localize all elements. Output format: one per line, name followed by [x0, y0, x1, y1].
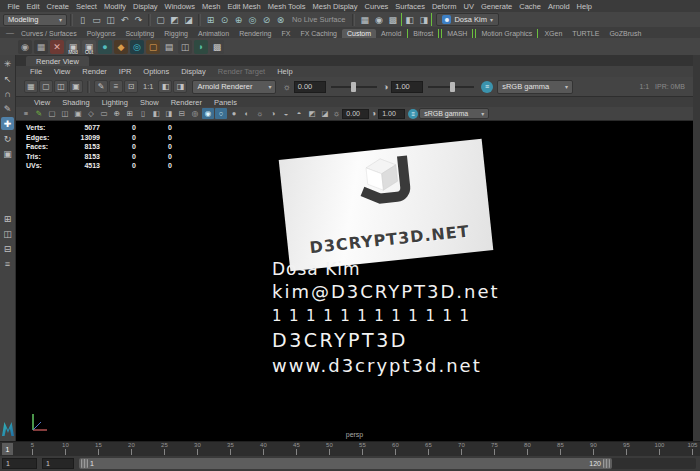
- gamma-icon[interactable]: ◑: [370, 109, 377, 118]
- snap-to-view-plane-icon[interactable]: ⊘: [260, 13, 273, 26]
- colorspace-dropdown[interactable]: sRGB gamma ▾: [497, 80, 573, 94]
- gamma-slider-handle[interactable]: [450, 82, 455, 92]
- gamma-field[interactable]: 1.00: [391, 81, 423, 93]
- 2d-pan-zoom-icon[interactable]: ⊕: [111, 108, 123, 119]
- shelf-tab[interactable]: Bifrost: [407, 29, 439, 38]
- toolbar-separator[interactable]: [352, 14, 355, 26]
- layout-four-pane-button[interactable]: ◫: [1, 227, 14, 240]
- shelf-tab[interactable]: GoZBrush: [604, 29, 646, 38]
- isolate-select-icon[interactable]: ◪: [319, 108, 331, 119]
- menubar-item[interactable]: File: [4, 2, 23, 11]
- gamma-slider[interactable]: [428, 86, 474, 88]
- orange-node-shelf-icon[interactable]: ◆: [114, 40, 128, 54]
- red-tool-shelf-icon[interactable]: ✕: [50, 40, 64, 54]
- shelf-tab[interactable]: Polygons: [82, 29, 121, 38]
- gate-mask-icon[interactable]: ◨: [163, 108, 175, 119]
- textured-icon[interactable]: ◐: [241, 108, 253, 119]
- save-scene-icon[interactable]: ◫: [104, 13, 117, 26]
- playback-range-bar[interactable]: 1 120: [79, 458, 612, 469]
- exposure-slider[interactable]: [331, 86, 377, 88]
- color-management-icon[interactable]: ≡: [481, 81, 493, 93]
- range-end-handle[interactable]: [603, 459, 610, 468]
- redo-previous-render-icon[interactable]: ▦: [24, 80, 38, 93]
- snap-to-curve-icon[interactable]: ⊙: [218, 13, 231, 26]
- highlighted-plugin-icon-2[interactable]: ◨: [417, 13, 430, 26]
- exposure-field[interactable]: 0.00: [294, 81, 326, 93]
- rotate-tool[interactable]: ↻: [1, 132, 14, 145]
- exposure-icon[interactable]: ☼: [332, 109, 341, 118]
- remove-image-icon[interactable]: ◨: [173, 80, 187, 93]
- render-view-menu-item[interactable]: Help: [271, 67, 298, 76]
- shelf-collapse-icon[interactable]: —: [4, 28, 16, 37]
- menubar-item[interactable]: Edit Mesh: [224, 2, 264, 11]
- toolbar-separator[interactable]: [148, 14, 151, 26]
- render-region-icon[interactable]: ▢: [39, 80, 53, 93]
- shelf-tab[interactable]: Sculpting: [120, 29, 159, 38]
- range-start-handle[interactable]: [81, 459, 88, 468]
- animation-start-field[interactable]: 1: [2, 458, 37, 469]
- shelf-tab[interactable]: Rigging: [159, 29, 193, 38]
- render-view-menu-item[interactable]: Render: [76, 67, 113, 76]
- ipr-refresh-icon[interactable]: ✎: [94, 80, 108, 93]
- menubar-item[interactable]: Edit: [23, 2, 43, 11]
- select-component-icon[interactable]: ◪: [182, 13, 195, 26]
- select-hierarchy-icon[interactable]: ▢: [154, 13, 167, 26]
- menubar-item[interactable]: UV: [460, 2, 477, 11]
- paint-select-tool[interactable]: ✎: [1, 102, 14, 115]
- menubar-item[interactable]: Mesh Tools: [264, 2, 309, 11]
- aqua-circle-shelf-icon[interactable]: ◎: [130, 40, 144, 54]
- color-management-icon[interactable]: ≡: [408, 109, 418, 119]
- xray-icon[interactable]: ◩: [306, 108, 318, 119]
- scene-text-line[interactable]: 111111111111: [272, 304, 500, 328]
- menubar-item[interactable]: Generate: [477, 2, 515, 11]
- render-view-title-tab[interactable]: Render View: [26, 56, 89, 66]
- renderer-dropdown[interactable]: Arnold Renderer ▾: [192, 80, 276, 94]
- shelf-tab[interactable]: TURTLE: [567, 29, 604, 38]
- scene-text-line[interactable]: D3CRYPT3D: [272, 328, 500, 352]
- menubar-item[interactable]: Cache: [516, 2, 545, 11]
- select-tool[interactable]: ↖: [1, 72, 14, 85]
- scene-text-line[interactable]: Dosa Kim: [272, 259, 500, 280]
- zoom-ratio-button[interactable]: 1:1: [140, 82, 156, 91]
- layout-persp-outliner-button[interactable]: ⊟: [1, 242, 14, 255]
- field-chart-icon[interactable]: ⊟: [176, 108, 188, 119]
- menubar-item[interactable]: Deform: [428, 2, 460, 11]
- new-scene-icon[interactable]: ▯: [76, 13, 89, 26]
- render-view-menu-item[interactable]: IPR: [113, 67, 138, 76]
- render-view-menu-item[interactable]: Display: [175, 67, 212, 76]
- shelf-tab[interactable]: Rendering: [234, 29, 276, 38]
- snap-to-projected-center-icon[interactable]: ◎: [246, 13, 259, 26]
- time-slider[interactable]: 1 5 10 15 20 25 30 35: [0, 441, 700, 456]
- menubar-item[interactable]: Modify: [100, 2, 129, 11]
- snap-to-grid-icon[interactable]: ⊞: [204, 13, 217, 26]
- menuset-dropdown[interactable]: Modeling ▾: [3, 14, 67, 26]
- viewport-menu-item[interactable]: Lighting: [96, 98, 134, 107]
- scale-tool[interactable]: ▣: [1, 147, 14, 160]
- menubar-item[interactable]: Select: [73, 2, 101, 11]
- toolbar-separator[interactable]: [70, 14, 73, 26]
- menubar-item[interactable]: Mesh: [199, 2, 224, 11]
- viewport-exposure-field[interactable]: 0.00: [342, 109, 369, 119]
- safe-action-icon[interactable]: ◎: [189, 108, 201, 119]
- menubar-item[interactable]: Mesh Display: [309, 2, 361, 11]
- orange-box-shelf-icon[interactable]: ▢: [146, 40, 160, 54]
- user-account-dropdown[interactable]: ☻ Dosa Kim ▾: [436, 13, 499, 26]
- shaded-icon[interactable]: ●: [228, 108, 240, 119]
- film-gate-icon[interactable]: ▯: [137, 108, 149, 119]
- shelf-tab[interactable]: Curves / Surfaces: [16, 29, 82, 38]
- select-camera-icon[interactable]: ▢: [46, 108, 58, 119]
- menubar-item[interactable]: Help: [573, 2, 595, 11]
- menubar-item[interactable]: Surfaces: [392, 2, 429, 11]
- viewport-menu-item[interactable]: Panels: [208, 98, 243, 107]
- snap-to-point-icon[interactable]: ⊕: [232, 13, 245, 26]
- ao-icon[interactable]: ◒: [280, 108, 292, 119]
- camera-attributes-icon[interactable]: ▣: [72, 108, 84, 119]
- camera-lock-icon[interactable]: ◫: [59, 108, 71, 119]
- layout-single-pane-button[interactable]: ⊞: [1, 212, 14, 225]
- teal-drop-shelf-icon[interactable]: ◗: [194, 40, 208, 54]
- grease-pencil-icon[interactable]: ✎: [33, 108, 45, 119]
- resolution-gate-icon[interactable]: ◧: [150, 108, 162, 119]
- render-view-titlebar[interactable]: Render View: [16, 55, 693, 66]
- menubar-item[interactable]: Create: [43, 2, 73, 11]
- viewport-menu-item[interactable]: Show: [134, 98, 165, 107]
